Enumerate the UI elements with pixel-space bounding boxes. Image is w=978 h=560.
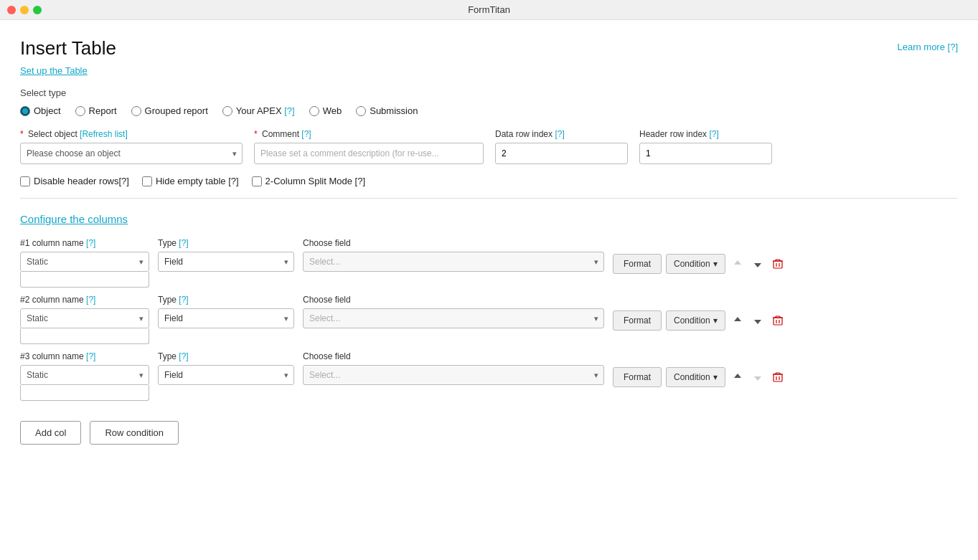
col-name-section-2: #2 column name [?] Static Field Formula: [20, 295, 149, 344]
add-col-button[interactable]: Add col: [20, 421, 81, 445]
col-type-select-3[interactable]: Static Field Formula: [20, 365, 149, 385]
col-field-label-3: Choose field: [303, 351, 604, 361]
col-type-help-1[interactable]: [?]: [179, 238, 188, 248]
setup-link[interactable]: Set up the Table: [20, 65, 88, 76]
window-controls[interactable]: [7, 6, 42, 14]
col-field-wrapper-3[interactable]: Select...: [303, 365, 604, 385]
hide-empty-input[interactable]: [142, 176, 152, 186]
column-row-1: #1 column name [?] Static Field Formula: [20, 238, 958, 288]
move-up-button-2[interactable]: [730, 313, 746, 328]
condition-chevron-icon-1: ▾: [713, 259, 718, 269]
refresh-list-link[interactable]: [Refresh list]: [80, 129, 128, 139]
columns-container: #1 column name [?] Static Field Formula: [20, 238, 958, 401]
col-field-label-2: Choose field: [303, 295, 604, 305]
move-down-button-1[interactable]: [750, 256, 766, 272]
col-name-label-3: #3 column name [?]: [20, 351, 149, 361]
col-type-help-2[interactable]: [?]: [179, 295, 188, 305]
configure-link[interactable]: Configure the columns: [20, 213, 958, 225]
select-object-wrapper[interactable]: Please choose an object: [20, 143, 243, 164]
comment-group: * Comment [?]: [254, 129, 484, 164]
format-button-3[interactable]: Format: [613, 367, 662, 387]
col-name-label-2: #2 column name [?]: [20, 295, 149, 305]
select-type-label: Select type: [20, 87, 958, 98]
col-name-help-3[interactable]: [?]: [86, 351, 95, 361]
condition-button-3[interactable]: Condition ▾: [666, 367, 725, 387]
radio-web-input[interactable]: [309, 106, 319, 116]
column-row-3: #3 column name [?] Static Field Formula: [20, 351, 958, 401]
condition-chevron-icon-2: ▾: [713, 315, 718, 326]
radio-report-input[interactable]: [75, 106, 85, 116]
format-button-2[interactable]: Format: [613, 310, 662, 331]
col-type-main-select-3[interactable]: Field Static Formula: [158, 365, 294, 385]
col-type-main-select-2[interactable]: Field Static Formula: [158, 308, 294, 328]
col-type-select-wrapper-3[interactable]: Field Static Formula: [158, 365, 294, 385]
row-condition-button[interactable]: Row condition: [90, 421, 179, 445]
radio-object-input[interactable]: [20, 106, 30, 116]
radio-grouped-report-input[interactable]: [131, 106, 141, 116]
move-down-button-2[interactable]: [750, 313, 766, 328]
radio-object[interactable]: Object: [20, 105, 61, 116]
col-type-main-select-1[interactable]: Field Static Formula: [158, 252, 294, 272]
split-mode-input[interactable]: [252, 176, 262, 186]
radio-your-apex-input[interactable]: [222, 106, 232, 116]
radio-your-apex[interactable]: Your APEX [?]: [222, 105, 295, 116]
move-down-button-3[interactable]: [750, 369, 766, 385]
data-row-help[interactable]: [?]: [555, 129, 564, 139]
col-type-help-3[interactable]: [?]: [179, 351, 188, 361]
radio-report-label: Report: [89, 105, 117, 116]
select-object-label: * Select object [Refresh list]: [20, 129, 243, 139]
col-name-help-1[interactable]: [?]: [86, 238, 95, 248]
col-field-select-2[interactable]: Select...: [303, 308, 604, 328]
radio-grouped-report[interactable]: Grouped report: [131, 105, 208, 116]
radio-web[interactable]: Web: [309, 105, 342, 116]
col-field-wrapper-2[interactable]: Select...: [303, 308, 604, 328]
disable-header-label: Disable header rows[?]: [34, 176, 129, 186]
move-up-button-3[interactable]: [730, 369, 746, 385]
move-up-button-1[interactable]: [730, 256, 746, 272]
comment-help[interactable]: [?]: [301, 129, 311, 139]
delete-button-3[interactable]: [770, 369, 786, 386]
comment-input[interactable]: [254, 143, 484, 164]
col-type-wrapper-2[interactable]: Static Field Formula: [20, 308, 149, 328]
close-button[interactable]: [7, 6, 16, 14]
hide-empty-checkbox[interactable]: Hide empty table [?]: [142, 176, 239, 186]
col-type-select-1[interactable]: Static Field Formula: [20, 252, 149, 272]
col-type-select-wrapper-1[interactable]: Field Static Formula: [158, 252, 294, 272]
col-field-select-3[interactable]: Select...: [303, 365, 604, 385]
radio-report[interactable]: Report: [75, 105, 117, 116]
radio-submission-input[interactable]: [356, 106, 366, 116]
delete-button-2[interactable]: [770, 312, 786, 329]
header-row-index-input[interactable]: [639, 143, 772, 164]
select-object-input[interactable]: Please choose an object: [20, 143, 243, 164]
col-name-area-2: Static Field Formula: [20, 308, 149, 344]
radio-web-label: Web: [323, 105, 342, 116]
col-name-input-2[interactable]: [20, 328, 149, 344]
learn-more-link[interactable]: Learn more [?]: [897, 42, 958, 52]
minimize-button[interactable]: [20, 6, 29, 14]
col-type-section-3: Type [?] Field Static Formula: [158, 351, 294, 385]
col-field-label-1: Choose field: [303, 238, 604, 248]
disable-header-input[interactable]: [20, 176, 30, 186]
col-name-input-3[interactable]: [20, 385, 149, 401]
col-type-select-2[interactable]: Static Field Formula: [20, 308, 149, 328]
delete-button-1[interactable]: [770, 255, 786, 272]
condition-button-2[interactable]: Condition ▾: [666, 310, 725, 331]
col-name-input-1[interactable]: [20, 272, 149, 288]
col-field-wrapper-1[interactable]: Select...: [303, 252, 604, 272]
format-button-1[interactable]: Format: [613, 254, 662, 274]
data-row-index-input[interactable]: [495, 143, 628, 164]
split-mode-checkbox[interactable]: 2-Column Split Mode [?]: [252, 176, 365, 186]
col-type-select-wrapper-2[interactable]: Field Static Formula: [158, 308, 294, 328]
col-type-wrapper-1[interactable]: Static Field Formula: [20, 252, 149, 272]
col-type-section-2: Type [?] Field Static Formula: [158, 295, 294, 328]
disable-header-checkbox[interactable]: Disable header rows[?]: [20, 176, 129, 186]
radio-submission[interactable]: Submission: [356, 105, 418, 116]
col-type-wrapper-3[interactable]: Static Field Formula: [20, 365, 149, 385]
col-field-select-1[interactable]: Select...: [303, 252, 604, 272]
divider: [20, 198, 958, 199]
maximize-button[interactable]: [33, 6, 42, 14]
header-row-help[interactable]: [?]: [709, 129, 718, 139]
col-name-help-2[interactable]: [?]: [86, 295, 95, 305]
condition-label-1: Condition: [674, 259, 710, 269]
condition-button-1[interactable]: Condition ▾: [666, 254, 725, 274]
